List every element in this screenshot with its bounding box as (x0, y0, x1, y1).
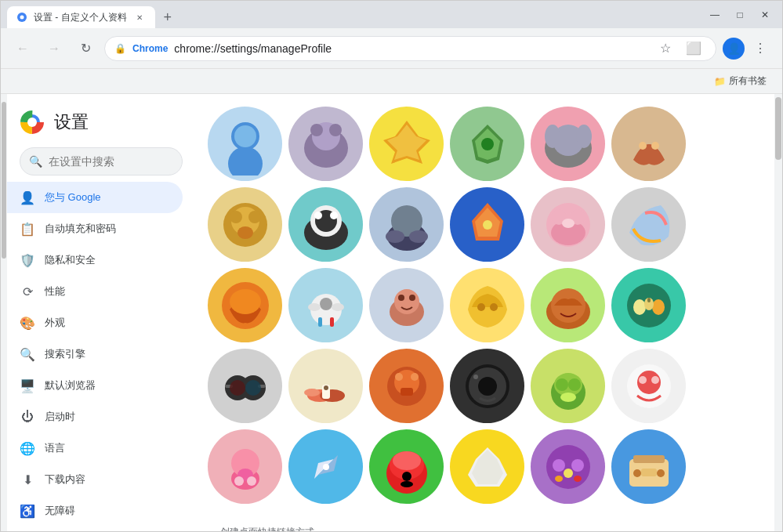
svg-point-98 (651, 376, 659, 384)
avatar-item[interactable] (611, 429, 686, 504)
maximize-button[interactable]: □ (729, 4, 751, 26)
sidebar-scrollbar-thumb[interactable] (2, 102, 6, 259)
address-actions: ☆ ⬜ (653, 36, 706, 61)
sidebar-scrollbar[interactable] (1, 94, 7, 531)
sidebar-item-accessibility[interactable]: ♿ 无障碍 (7, 495, 195, 527)
sidebar-item-search[interactable]: 🔍 搜索引擎 (7, 338, 195, 370)
svg-point-59 (409, 295, 415, 301)
minimize-button[interactable]: — (704, 4, 726, 26)
svg-marker-112 (472, 450, 503, 484)
right-scrollbar[interactable] (774, 94, 782, 531)
avatar-grid-container[interactable]: 创建桌面快捷链接方式 (195, 94, 774, 531)
svg-point-42 (483, 220, 492, 230)
svg-rect-120 (633, 455, 665, 463)
browser-icon: 🖥️ (20, 378, 35, 393)
sidebar-item-autofill[interactable]: 📋 自动填充和密码 (7, 213, 195, 244)
chrome-logo-icon (20, 110, 45, 135)
svg-point-114 (553, 459, 565, 472)
avatar-item[interactable] (531, 349, 605, 423)
avatar-item[interactable] (611, 107, 686, 181)
avatar-item[interactable] (288, 349, 363, 423)
back-button[interactable]: ← (10, 36, 35, 61)
avatar-item[interactable] (611, 268, 686, 342)
avatar-item[interactable] (288, 268, 363, 342)
avatar-item[interactable] (208, 187, 282, 262)
new-tab-button[interactable]: + (157, 6, 179, 28)
bookmarks-bar: 📁 所有书签 (1, 69, 782, 94)
folder-icon: 📁 (714, 76, 726, 87)
svg-point-10 (234, 125, 256, 147)
window-controls: — □ ✕ (704, 4, 776, 26)
avatar-item[interactable] (450, 107, 524, 181)
avatar-item[interactable] (450, 268, 524, 342)
avatar-item[interactable] (369, 429, 444, 504)
svg-point-1 (20, 16, 24, 20)
bottom-hint: 创建桌面快捷链接方式 (208, 519, 762, 531)
avatar-item[interactable] (288, 429, 363, 504)
svg-point-97 (639, 376, 647, 384)
avatar-item[interactable] (208, 268, 282, 342)
avatar-item[interactable] (450, 187, 524, 262)
main-scroll-container: 创建桌面快捷链接方式 (195, 94, 782, 531)
sidebar-item-language[interactable]: 🌐 语言 (7, 432, 195, 464)
avatar-item[interactable] (531, 268, 605, 342)
reader-mode-button[interactable]: ⬜ (681, 36, 706, 61)
svg-rect-54 (318, 317, 322, 327)
sidebar-item-downloads[interactable]: ⬇ 下载内容 (7, 464, 195, 495)
sidebar-item-startup[interactable]: ⏻ 启动时 (7, 401, 195, 432)
avatar-item[interactable] (611, 349, 686, 423)
svg-point-19 (481, 138, 494, 150)
avatar-item[interactable] (369, 107, 444, 181)
lock-icon: 🔒 (114, 43, 126, 54)
svg-point-24 (639, 142, 647, 150)
avatar-item[interactable] (208, 107, 282, 181)
avatar-item[interactable] (450, 349, 524, 423)
avatar-item[interactable] (611, 187, 686, 262)
refresh-button[interactable]: ↻ (73, 36, 98, 61)
avatar-item[interactable] (288, 187, 363, 262)
svg-point-49 (230, 289, 261, 314)
search-input[interactable] (20, 147, 183, 176)
sidebar-item-appearance[interactable]: 🎨 外观 (7, 307, 195, 338)
sidebar-item-google[interactable]: 👤 您与 Google (7, 182, 183, 213)
forward-button[interactable]: → (42, 36, 67, 61)
avatar-item[interactable] (369, 187, 444, 262)
avatar-item[interactable] (288, 107, 363, 181)
svg-point-74 (230, 380, 245, 396)
tab-close-button[interactable]: ✕ (133, 11, 146, 24)
svg-point-52 (308, 303, 321, 311)
avatar-item[interactable] (208, 429, 282, 504)
sidebar-item-privacy[interactable]: 🛡️ 隐私和安全 (7, 244, 195, 276)
google-icon: 👤 (20, 190, 35, 205)
avatar-item[interactable] (208, 349, 282, 423)
appearance-label: 外观 (45, 316, 65, 330)
svg-rect-123 (641, 469, 657, 476)
toolbar-icons: 👤 ⋮ (723, 36, 773, 61)
svg-point-89 (473, 375, 478, 379)
all-bookmarks[interactable]: 📁 所有书签 (708, 72, 773, 91)
avatar-item[interactable] (531, 187, 605, 262)
avatar-item[interactable] (450, 429, 524, 504)
search-icon: 🔍 (29, 155, 42, 168)
right-scrollbar-thumb[interactable] (775, 97, 781, 160)
svg-point-109 (401, 481, 413, 487)
avatar-item[interactable] (369, 268, 444, 342)
accessibility-label: 无障碍 (45, 504, 75, 518)
svg-rect-68 (647, 298, 651, 302)
menu-button[interactable]: ⋮ (748, 36, 773, 61)
avatar-item[interactable] (531, 429, 605, 504)
svg-point-9 (228, 147, 263, 176)
downloads-label: 下载内容 (45, 472, 85, 487)
address-bar[interactable]: 🔒 Chrome chrome://settings/manageProfile… (104, 36, 716, 61)
svg-point-51 (320, 298, 332, 310)
title-bar: 设置 - 自定义个人资料 ✕ + — □ ✕ (1, 1, 782, 28)
profile-button[interactable]: 👤 (723, 38, 745, 60)
sidebar-item-browser[interactable]: 🖥️ 默认浏览器 (7, 370, 195, 401)
avatar-item[interactable] (369, 349, 444, 423)
avatar-item[interactable] (531, 107, 605, 181)
sidebar-item-system[interactable]: 🔧 系统 (7, 527, 195, 531)
close-button[interactable]: ✕ (754, 4, 776, 26)
sidebar-item-performance[interactable]: ⟳ 性能 (7, 276, 195, 307)
star-button[interactable]: ☆ (653, 36, 678, 61)
active-tab[interactable]: 设置 - 自定义个人资料 ✕ (7, 6, 155, 28)
